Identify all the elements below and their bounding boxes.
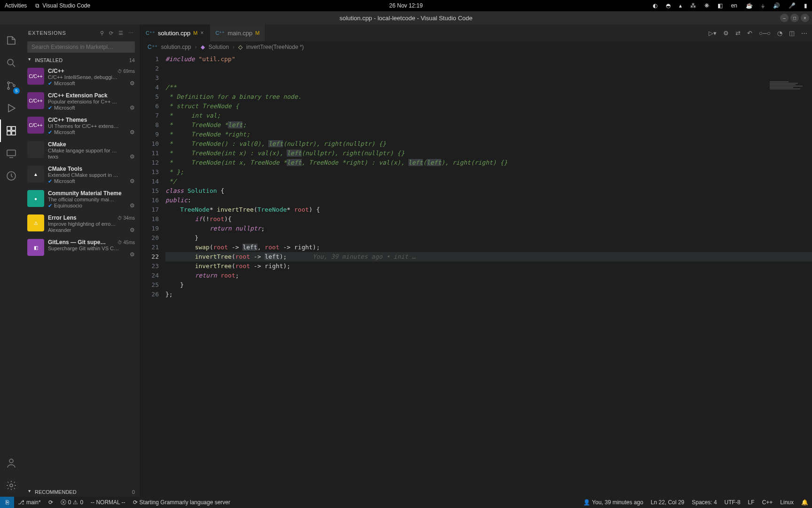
editor-tab[interactable]: C⁺⁺ main.cpp M (210, 24, 266, 41)
installed-section[interactable]: ▸ INSTALLED 14 (23, 56, 140, 65)
extension-item[interactable]: ● Community Material Theme The official … (23, 187, 140, 212)
debug-config-icon[interactable]: ⚙ (723, 30, 729, 37)
tray-icon-5[interactable]: ❋ (704, 2, 709, 9)
compare-icon[interactable]: ⇄ (735, 30, 741, 37)
maximize-button[interactable]: □ (790, 14, 799, 22)
extension-icon: ◧ (27, 239, 44, 256)
breadcrumb-method[interactable]: invertTree(TreeNode *) (246, 44, 304, 50)
tray-icon-3[interactable]: ▴ (679, 2, 682, 9)
editor-tab[interactable]: C⁺⁺ solution.cpp M × (140, 24, 210, 41)
tray-icon-1[interactable]: ◐ (653, 2, 657, 9)
revision-icon[interactable]: ◔ (777, 30, 782, 37)
accounts-icon[interactable] (0, 452, 23, 474)
volume-icon[interactable]: 🔊 (773, 2, 780, 9)
extension-item[interactable]: ◧ GitLens — Git supe…⏱ 45ms Supercharge … (23, 236, 140, 261)
recommended-section[interactable]: ▸ RECOMMENDED 0 (23, 487, 140, 497)
extensions-search-input[interactable] (27, 41, 135, 53)
more-actions-icon[interactable]: ⋯ (801, 30, 807, 37)
manage-extension-icon[interactable]: ⚙ (130, 251, 135, 258)
activation-time: ⏱ 69ms (117, 69, 135, 74)
mic-icon[interactable]: 🎤 (789, 2, 796, 9)
more-icon[interactable]: ⋯ (128, 30, 134, 36)
activities-button[interactable]: Activities (5, 2, 27, 9)
cpp-file-icon: C⁺⁺ (146, 30, 155, 36)
extension-item[interactable]: ▲ CMake Tools Extended CMake support in … (23, 163, 140, 187)
source-control-icon[interactable]: 5 (0, 74, 23, 97)
eol[interactable]: LF (744, 499, 758, 506)
remote-indicator[interactable]: ⎘ (0, 497, 14, 508)
window-title: solution.cpp - local-leetcode - Visual S… (339, 15, 472, 22)
extension-publisher: Microsoft (54, 178, 75, 184)
extension-name: CMake Tools (48, 166, 82, 172)
tray-icon-6[interactable]: ◧ (718, 2, 723, 9)
manage-extension-icon[interactable]: ⚙ (130, 153, 135, 160)
manage-extension-icon[interactable]: ⚙ (130, 178, 135, 184)
tab-label: solution.cpp (158, 30, 190, 37)
extension-item[interactable]: C/C++ C/C++ Extension Pack Popular exten… (23, 89, 140, 114)
extension-icon: ● (27, 190, 44, 207)
verified-icon: ✔ (48, 80, 52, 87)
notifications-icon[interactable]: 🔔 (797, 499, 812, 506)
minimap[interactable] (765, 81, 812, 363)
minimize-button[interactable]: – (780, 14, 789, 22)
breadcrumb[interactable]: C⁺⁺ solution.cpp › ◆ Solution › ◇ invert… (140, 41, 812, 53)
close-tab-icon[interactable]: × (201, 30, 204, 36)
extensions-icon[interactable] (0, 119, 23, 142)
extension-name: C/C++ Themes (48, 117, 87, 123)
gitlens-icon[interactable] (0, 165, 23, 187)
extension-icon: C/C++ (27, 92, 44, 109)
tab-bar: C⁺⁺ solution.cpp M ×C⁺⁺ main.cpp M ▷▾ ⚙ … (140, 24, 812, 41)
svg-point-1 (8, 82, 9, 84)
extension-publisher: twxs (48, 154, 58, 159)
keyboard-layout[interactable]: en (731, 2, 737, 9)
extension-description: The official community mai… (48, 197, 135, 202)
settings-gear-icon[interactable] (0, 474, 23, 497)
breadcrumb-file[interactable]: solution.cpp (161, 44, 191, 50)
history-back-icon[interactable]: ↶ (747, 30, 752, 37)
network-icon[interactable]: ⏚ (761, 2, 765, 9)
breadcrumb-class[interactable]: Solution (209, 44, 229, 50)
caffeine-icon[interactable]: ☕ (746, 2, 753, 9)
language-mode[interactable]: C++ (758, 499, 777, 506)
extension-publisher: Microsoft (54, 80, 75, 86)
problems-indicator[interactable]: ⓧ 0 ⚠ 0 (57, 497, 87, 508)
os-indicator[interactable]: Linux (776, 499, 797, 506)
refresh-icon[interactable]: ⟳ (109, 30, 114, 36)
extension-item[interactable]: C/C++ C/C++ Themes UI Themes for C/C++ e… (23, 114, 140, 138)
clear-icon[interactable]: ☰ (118, 30, 124, 36)
extension-item[interactable]: CMake CMake langage support for … twxs⚙ (23, 138, 140, 163)
extension-item[interactable]: ⚠ Error Lens⏱ 34ms Improve highlighting … (23, 212, 140, 236)
clock[interactable]: 26 Nov 12:19 (389, 2, 422, 9)
close-button[interactable]: × (801, 14, 809, 22)
extension-item[interactable]: C/C++ C/C++⏱ 69ms C/C++ IntelliSense, de… (23, 65, 140, 89)
commit-graph-icon[interactable]: ○─○ (759, 30, 771, 37)
manage-extension-icon[interactable]: ⚙ (130, 129, 135, 135)
svg-point-11 (10, 484, 13, 487)
tray-icon-4[interactable]: ⁂ (690, 2, 696, 9)
app-menu[interactable]: ⧉ Visual Studio Code (35, 2, 90, 9)
search-icon[interactable] (0, 52, 23, 74)
run-button[interactable]: ▷▾ (709, 30, 717, 37)
manage-extension-icon[interactable]: ⚙ (130, 202, 135, 209)
extensions-list[interactable]: C/C++ C/C++⏱ 69ms C/C++ IntelliSense, de… (23, 65, 140, 487)
filter-icon[interactable]: ⚲ (100, 30, 104, 36)
code-editor[interactable]: 1234567891011121314151617181920212223242… (140, 53, 812, 497)
indentation[interactable]: Spaces: 4 (688, 499, 720, 506)
run-debug-icon[interactable] (0, 97, 23, 119)
split-editor-icon[interactable]: ◫ (789, 30, 795, 37)
manage-extension-icon[interactable]: ⚙ (130, 104, 135, 111)
explorer-icon[interactable] (0, 29, 23, 52)
remote-explorer-icon[interactable] (0, 142, 23, 165)
git-branch[interactable]: ⎇ main* (14, 497, 45, 508)
cursor-position[interactable]: Ln 22, Col 29 (647, 499, 688, 506)
sync-button[interactable]: ⟳ (45, 497, 57, 508)
tray-icon-2[interactable]: ◓ (666, 2, 671, 9)
gitlens-blame[interactable]: 👤 You, 39 minutes ago (579, 499, 647, 506)
battery-icon[interactable]: ▮ (804, 2, 807, 9)
svg-rect-6 (7, 131, 11, 135)
encoding[interactable]: UTF-8 (721, 499, 744, 506)
manage-extension-icon[interactable]: ⚙ (130, 80, 135, 87)
extension-description: Popular extensions for C++ … (48, 99, 135, 104)
manage-extension-icon[interactable]: ⚙ (130, 227, 135, 233)
window-title-bar: solution.cpp - local-leetcode - Visual S… (0, 11, 812, 24)
